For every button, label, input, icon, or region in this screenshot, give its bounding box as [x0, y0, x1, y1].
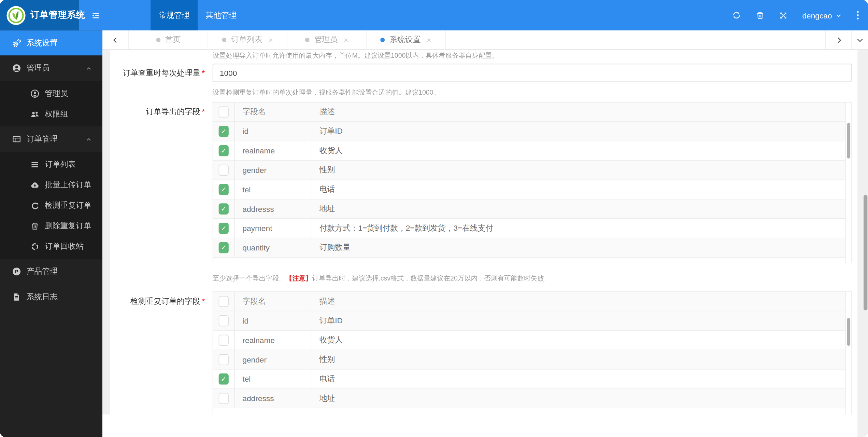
row-checkbox[interactable]: [219, 203, 229, 214]
username: dengcao: [802, 11, 832, 20]
row-checkbox[interactable]: [219, 165, 229, 176]
tab-dot: [156, 38, 160, 42]
top-header: 订单管理系统 常规管理 其他管理: [0, 0, 868, 30]
table-row: realname 收货人: [213, 331, 851, 350]
tab-close-icon[interactable]: ×: [344, 36, 348, 44]
select-all-checkbox[interactable]: [219, 106, 229, 117]
row-checkbox[interactable]: [219, 393, 229, 404]
table-row-partial: [213, 258, 851, 263]
refresh-icon[interactable]: [732, 11, 741, 20]
sidebar-item-batch-upload[interactable]: 批量上传订单: [0, 175, 102, 195]
tab-close-icon[interactable]: ×: [427, 36, 431, 44]
field-desc: 性别: [312, 161, 851, 179]
user-circle-icon: [30, 89, 39, 98]
field-name: id: [234, 122, 312, 141]
kebab-menu-icon[interactable]: [856, 11, 859, 20]
sidebar-item-delete-duplicates[interactable]: 删除重复订单: [0, 216, 102, 236]
table-scrollbar-track[interactable]: [845, 103, 852, 263]
sidebar-item-detect-duplicates[interactable]: 检测重复订单: [0, 195, 102, 216]
tab-dot: [305, 38, 309, 42]
page-scrollbar-thumb[interactable]: [864, 195, 867, 310]
tabs-scroll-right-button[interactable]: [825, 30, 851, 49]
sidebar-group-admin[interactable]: 管理员: [0, 55, 102, 81]
cloud-upload-icon: [30, 180, 39, 189]
field-desc: 订单ID: [312, 311, 851, 330]
sidebar-submenu-admin: 管理员 权限组: [0, 81, 102, 126]
tabs-dropdown-button[interactable]: [851, 30, 868, 49]
row-checkbox[interactable]: [219, 373, 229, 384]
table-header-row: 字段名 描述: [213, 292, 851, 312]
gears-icon: [12, 39, 21, 47]
field-desc: 订单ID: [312, 122, 851, 141]
tab-home[interactable]: 首页: [129, 30, 208, 49]
field-desc: 付款方式：1=货到付款，2=款到发货，3=在线支付: [312, 219, 851, 238]
sidebar-collapse-button[interactable]: [79, 0, 112, 30]
sidebar-item-label: 系统设置: [27, 38, 58, 48]
sidebar-submenu-orders: 订单列表 批量上传订单 检测重复订单: [0, 152, 102, 259]
svg-text:P: P: [15, 269, 18, 274]
field-name: gender: [234, 350, 312, 369]
header-nav-general[interactable]: 常规管理: [151, 0, 198, 30]
sidebar-item-products[interactable]: P 产品管理: [0, 259, 102, 284]
batch-size-input[interactable]: [213, 64, 852, 82]
menu-fold-icon: [91, 10, 101, 20]
trash-icon[interactable]: [756, 11, 765, 20]
file-document-icon: [12, 292, 21, 301]
app-window: 订单管理系统 常规管理 其他管理: [0, 0, 868, 437]
tab-system-settings[interactable]: 系统设置 ×: [367, 30, 446, 49]
tabs-scroll-left-button[interactable]: [102, 30, 129, 49]
select-all-checkbox[interactable]: [219, 296, 229, 307]
row-checkbox[interactable]: [219, 354, 229, 365]
fullscreen-icon[interactable]: [779, 11, 788, 20]
row-checkbox[interactable]: [219, 335, 229, 346]
order-panel-icon: [12, 135, 21, 144]
table-row: gender 性别: [213, 350, 851, 370]
settings-form: 设置处理导入订单时允许使用的最大内存，单位M。建议设置1000以内，具体看服务器…: [102, 50, 868, 437]
field-name: payment: [234, 219, 312, 238]
table-row: id 订单ID: [213, 122, 851, 141]
row-checkbox[interactable]: [219, 242, 229, 253]
table-scrollbar-thumb[interactable]: [847, 123, 850, 159]
sidebar-group-label: 管理员: [27, 63, 50, 73]
table-body: id 订单ID realname 收货人 gender 性别 tel 电话: [213, 311, 851, 414]
field-desc: 收货人: [312, 331, 851, 350]
row-checkbox[interactable]: [219, 184, 229, 195]
field-name: realname: [234, 331, 312, 350]
chevron-down-icon: [835, 12, 842, 18]
table-row: realname 收货人: [213, 141, 851, 161]
row-checkbox[interactable]: [219, 315, 229, 326]
sidebar-item-order-recycle[interactable]: 订单回收站: [0, 236, 102, 257]
header-nav-other[interactable]: 其他管理: [198, 0, 245, 30]
table-row: addresss 地址: [213, 389, 851, 409]
table-row: gender 性别: [213, 161, 851, 180]
table-header-row: 字段名 描述: [213, 103, 851, 122]
page-scrollbar-track[interactable]: [857, 50, 868, 437]
required-asterisk: *: [202, 68, 205, 77]
tab-order-list[interactable]: 订单列表 ×: [208, 30, 287, 49]
user-menu[interactable]: dengcao: [802, 11, 842, 20]
table-scrollbar-track[interactable]: [845, 292, 852, 414]
sidebar-item-label: 检测重复订单: [45, 200, 91, 210]
list-icon: [30, 160, 39, 169]
row-checkbox[interactable]: [219, 145, 229, 156]
row-checkbox[interactable]: [219, 223, 229, 234]
tab-label: 首页: [165, 35, 181, 45]
sidebar-item-label: 删除重复订单: [45, 221, 91, 231]
table-scrollbar-thumb[interactable]: [847, 318, 850, 346]
sidebar-item-admin[interactable]: 管理员: [0, 83, 102, 104]
sidebar-group-orders[interactable]: 订单管理: [0, 126, 102, 152]
tab-admin[interactable]: 管理员 ×: [287, 30, 367, 49]
table-row: id 订单ID: [213, 311, 851, 331]
sidebar-item-permission-group[interactable]: 权限组: [0, 104, 102, 124]
header-nav: 常规管理 其他管理: [151, 0, 245, 30]
export-fields-table: 字段名 描述 id 订单ID realname 收货人 gender 性别: [213, 102, 852, 263]
sidebar-item-system-settings[interactable]: 系统设置: [0, 30, 102, 55]
sidebar-item-system-log[interactable]: 系统日志: [0, 284, 102, 310]
sidebar-item-order-list[interactable]: 订单列表: [0, 154, 102, 175]
field-desc: 订购数量: [312, 238, 851, 257]
field-desc: 性别: [312, 350, 851, 369]
field-desc: 收货人: [312, 141, 851, 160]
row-checkbox[interactable]: [219, 126, 229, 137]
tab-close-icon[interactable]: ×: [268, 36, 273, 44]
sidebar-group-label: 订单管理: [27, 134, 58, 144]
